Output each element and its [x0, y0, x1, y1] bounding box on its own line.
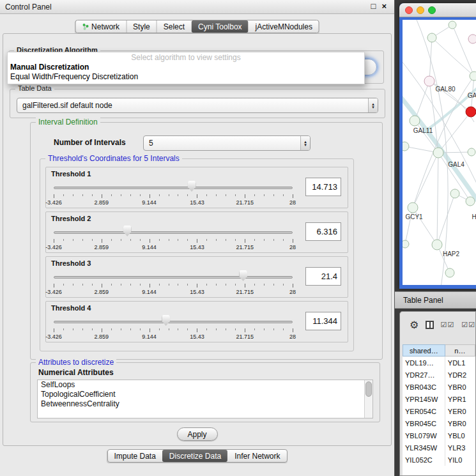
table-cell[interactable]: YDL1 — [445, 357, 475, 369]
tab-infer-network[interactable]: Infer Network — [227, 450, 286, 462]
table-cell[interactable]: YDL19… — [403, 357, 445, 369]
table-panel-titlebar: Table Panel — [395, 291, 476, 309]
dropdown-option-manual-discretization[interactable]: Manual Discretization — [8, 63, 364, 72]
slider-thumb[interactable] — [239, 270, 247, 281]
slider-tick-labels: -3.4262.8599.14415.4321.71528 — [54, 244, 293, 251]
threshold-box: Threshold 1 -3.4262.8599.14415.4321.7152… — [45, 167, 348, 208]
table-cell[interactable]: YBR0 — [445, 417, 475, 429]
numerical-attributes-list[interactable]: SelfLoopsTopologicalCoefficientBetweenne… — [37, 380, 373, 418]
table-row[interactable]: YBR043CYBR0 — [403, 381, 475, 393]
node-label: HAP2 — [443, 250, 460, 257]
slider-track[interactable] — [54, 276, 293, 279]
tab-select[interactable]: Select — [157, 20, 191, 33]
table-row[interactable]: YIL052CYIL0 — [403, 454, 475, 466]
network-node[interactable] — [466, 197, 475, 206]
threshold-value-field[interactable]: 14.713 — [305, 178, 341, 196]
network-node[interactable] — [466, 107, 476, 117]
table-cell[interactable]: YDR27… — [403, 369, 445, 381]
threshold-value-field[interactable]: 21.4 — [305, 267, 341, 286]
list-item[interactable]: TopologicalCoefficient — [38, 390, 372, 399]
columns-icon[interactable] — [426, 321, 433, 329]
tab-network[interactable]: Network — [75, 20, 126, 33]
slider-thumb[interactable] — [123, 226, 132, 236]
dropdown-option-equal-width-frequency[interactable]: Equal Width/Frequency Discretization — [8, 72, 364, 82]
column-header-name[interactable]: n… — [445, 344, 475, 357]
network-canvas[interactable]: GAL80GAGAL11GAL4GCY1HHAP2 — [403, 20, 476, 285]
tab-label: jActiveMNodules — [256, 22, 312, 31]
network-node[interactable] — [410, 116, 420, 126]
slider-track[interactable] — [54, 231, 293, 234]
threshold-slider[interactable]: -3.4262.8599.14415.4321.71528 — [52, 313, 294, 341]
slider-track[interactable] — [54, 187, 293, 189]
table-cell[interactable]: YPR1 — [445, 393, 475, 405]
list-item[interactable]: BetweennessCentrality — [38, 399, 372, 409]
list-scrollbar[interactable] — [364, 380, 372, 418]
number-of-intervals-combo[interactable]: 5 — [143, 135, 311, 151]
table-cell[interactable]: YPR145W — [403, 393, 445, 405]
network-node[interactable] — [403, 142, 409, 151]
table-data-combo[interactable]: galFiltered.sif default node — [17, 98, 378, 113]
table-cell[interactable]: YBL079W — [403, 429, 445, 441]
select-columns-icon[interactable]: ☑☑ — [441, 321, 455, 329]
network-node[interactable] — [403, 240, 409, 248]
table-cell[interactable]: YBR0 — [445, 381, 475, 393]
table-row[interactable]: YER054CYER0 — [403, 405, 475, 417]
table-cell[interactable]: YIL052C — [403, 454, 445, 466]
network-node[interactable] — [468, 35, 476, 43]
table-cell[interactable]: YER0 — [445, 405, 475, 417]
tab-discretize-data[interactable]: Discretize Data — [162, 450, 227, 462]
threshold-value-field[interactable]: 6.316 — [305, 222, 341, 241]
table-row[interactable]: YBR045CYBR0 — [403, 417, 475, 429]
tab-jactivemnodules[interactable]: jActiveMNodules — [249, 20, 319, 33]
combo-stepper-icon[interactable] — [368, 98, 378, 112]
network-node[interactable] — [450, 189, 459, 198]
gear-icon[interactable]: ⚙ — [410, 319, 418, 331]
zoom-traffic-light-icon[interactable] — [428, 6, 436, 14]
network-node[interactable] — [468, 148, 475, 156]
close-traffic-light-icon[interactable] — [405, 6, 413, 14]
column-header-shared-name[interactable]: shared… — [403, 344, 445, 357]
threshold-value-field[interactable]: 11.344 — [305, 312, 341, 330]
table-cell[interactable]: YER054C — [403, 405, 445, 417]
minimize-traffic-light-icon[interactable] — [417, 6, 424, 14]
tab-impute-data[interactable]: Impute Data — [107, 450, 162, 462]
table-cell[interactable]: YBR045C — [403, 417, 445, 429]
node-label: H — [472, 213, 476, 220]
threshold-slider[interactable]: -3.4262.8599.14415.4321.71528 — [52, 179, 294, 207]
combo-stepper-icon[interactable] — [300, 136, 310, 150]
network-node[interactable] — [424, 76, 434, 86]
network-node[interactable] — [445, 268, 454, 277]
slider-track[interactable] — [54, 321, 293, 323]
table-row[interactable]: YDR27…YDR2 — [403, 369, 475, 381]
threshold-slider[interactable]: -3.4262.8599.14415.4321.71528 — [52, 268, 294, 296]
table-row[interactable]: YBL079WYBL0 — [403, 429, 475, 441]
scrollbar-thumb[interactable] — [365, 381, 372, 397]
network-node[interactable] — [449, 21, 456, 29]
table-row[interactable]: YDL19…YDL1 — [403, 357, 475, 369]
slider-thumb[interactable] — [188, 181, 196, 192]
network-node[interactable] — [470, 72, 476, 81]
table-cell[interactable]: YIL0 — [445, 454, 475, 466]
table-row[interactable]: YPR145WYPR1 — [403, 393, 475, 405]
table-cell[interactable]: YLR3 — [445, 441, 475, 454]
list-item[interactable]: SelfLoops — [38, 380, 372, 390]
network-node[interactable] — [433, 148, 443, 158]
table-cell[interactable]: YBL0 — [445, 429, 475, 441]
tab-style[interactable]: Style — [126, 20, 157, 33]
table-cell[interactable]: YBR043C — [403, 381, 445, 393]
thresholds-group: Threshold's Coordinates for 5 Intervals … — [40, 158, 354, 351]
table-row[interactable]: YLR345WYLR3 — [403, 441, 475, 454]
tab-cyni-toolbox[interactable]: Cyni Toolbox — [191, 20, 248, 33]
apply-button[interactable]: Apply — [177, 427, 218, 441]
threshold-slider[interactable]: -3.4262.8599.14415.4321.71528 — [52, 224, 294, 252]
network-node[interactable] — [432, 240, 442, 250]
table-cell[interactable]: YLR345W — [403, 441, 445, 454]
network-node[interactable] — [427, 33, 436, 42]
node-table: shared… n… YDL19…YDL1YDR27…YDR2YBR043CYB… — [403, 344, 475, 475]
float-window-icon[interactable]: □ — [371, 1, 376, 11]
select-rows-icon[interactable]: ☑☑ — [461, 321, 475, 329]
network-node[interactable] — [408, 203, 418, 213]
slider-thumb[interactable] — [162, 315, 170, 326]
table-cell[interactable]: YDR2 — [445, 369, 475, 381]
close-icon[interactable]: × — [381, 1, 387, 11]
